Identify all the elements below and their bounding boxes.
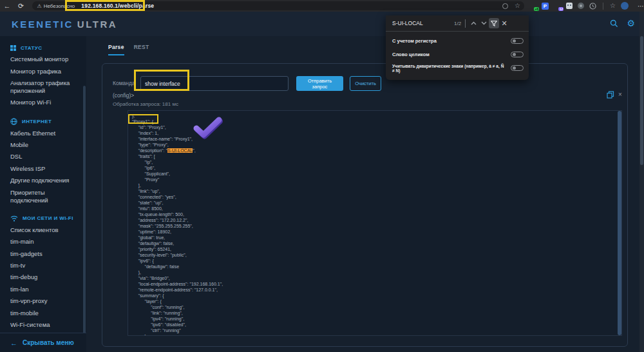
toggle-switch[interactable] xyxy=(511,52,524,57)
find-match-highlight: S-UI-LOCAL xyxy=(167,148,193,153)
output-scrollbar[interactable] xyxy=(618,111,621,335)
sidebar-item[interactable]: tim-gadgets xyxy=(0,248,86,260)
find-option-label: С учетом регистра xyxy=(392,38,440,44)
find-previous-icon[interactable] xyxy=(468,18,478,28)
sidebar-item[interactable]: Другие подключения xyxy=(0,175,86,186)
security-label[interactable]: Небезопасно xyxy=(44,3,75,9)
sidebar-item[interactable]: tim-lan xyxy=(0,284,86,295)
brand-name: KEENETIC xyxy=(12,19,73,30)
sidebar-item[interactable]: Монитор трафика xyxy=(0,65,86,77)
sidebar-item[interactable]: tim-vpn-proxy xyxy=(0,295,86,307)
page-scrollbar[interactable] xyxy=(639,12,644,352)
router-admin-page: KEENETICULTRA ⚙ СТАТУС Системный монитор… xyxy=(0,12,644,352)
command-input[interactable] xyxy=(140,76,289,91)
status-grid-icon xyxy=(10,45,16,51)
find-divider xyxy=(465,19,466,28)
close-output-icon[interactable]: × xyxy=(618,91,622,99)
browser-toolbar: ← ⟳ ⚠ Небезопасно 192.168.160.1/webcli/p… xyxy=(0,0,644,12)
sidebar-item[interactable]: tim-mobile xyxy=(0,307,86,318)
extension-badge: 12 xyxy=(558,7,564,11)
sidebar-item[interactable]: tim-debug xyxy=(0,271,86,283)
sidebar-item[interactable]: Кабель Ethernet xyxy=(0,128,86,139)
find-next-icon[interactable] xyxy=(478,18,489,28)
output-line: "connected": "yes", xyxy=(132,194,621,200)
output-line: "ipv4": "running", xyxy=(132,316,621,322)
output-line: "uptime": 18902, xyxy=(132,229,621,235)
favorites-icon[interactable]: ☆ xyxy=(610,2,616,10)
robot-extension-icon[interactable] xyxy=(566,3,573,9)
sidebar-item[interactable]: Системный монитор xyxy=(0,54,86,65)
reload-icon[interactable]: ⟳ xyxy=(14,2,28,10)
sidebar-item[interactable]: Список клиентов xyxy=(0,224,86,236)
output-line: "Supplicant", xyxy=(132,171,621,177)
collapse-menu-button[interactable]: ← Скрывать меню xyxy=(0,333,86,352)
ghost-extension-icon[interactable]: +6 xyxy=(529,3,536,10)
clear-button[interactable]: Очистить xyxy=(350,76,381,91)
output-line: "ipv6": { xyxy=(132,258,621,264)
extensions-row: +6 P 12 ☆ ⋯ xyxy=(529,2,644,10)
find-input[interactable] xyxy=(392,20,454,26)
wifi-icon xyxy=(10,215,18,222)
search-icon[interactable] xyxy=(610,19,618,28)
keenetic-logo: KEENETICULTRA xyxy=(12,19,117,30)
toggle-switch[interactable] xyxy=(511,65,524,71)
p-extension-icon[interactable]: P xyxy=(542,3,549,10)
tab-parse[interactable]: Parse xyxy=(108,44,124,55)
profile-avatar[interactable] xyxy=(621,2,629,10)
sidebar-item[interactable]: Wireless ISP xyxy=(0,163,86,175)
command-label: Команда xyxy=(113,80,135,86)
section-title: СТАТУС xyxy=(21,45,42,51)
sidebar-item[interactable]: Wi-Fi-система xyxy=(0,319,86,331)
find-close-icon[interactable]: ✕ xyxy=(499,19,509,28)
find-option-label: Учитывать диакритические знаки (например… xyxy=(392,64,511,73)
output-line: "mtu": 8500, xyxy=(132,206,621,211)
url-text[interactable]: 192.168.160.1/webcli/parse xyxy=(81,3,154,9)
output-line: "state": "up", xyxy=(132,200,621,206)
history-icon[interactable] xyxy=(589,3,596,10)
sidebar-section-status: СТАТУС xyxy=(10,45,86,51)
output-line: "mask": "255.255.255.255", xyxy=(132,223,621,229)
output-line: "Proxy1": { xyxy=(132,119,621,124)
output-line: "address": "172.20.12.2", xyxy=(132,217,621,223)
output-line: "Ip6", xyxy=(132,165,621,171)
tab-rest[interactable]: REST xyxy=(134,44,149,55)
find-in-page-dialog: 1/2 ✕ С учетом регистра Сл xyxy=(386,15,529,80)
sidebar-item[interactable]: tim-tv xyxy=(0,260,86,271)
adblock-extension-icon[interactable] xyxy=(578,3,584,9)
browser-menu-icon[interactable]: ⋯ xyxy=(638,3,644,10)
output-line: "summary": { xyxy=(132,293,621,298)
globe-icon xyxy=(10,118,17,125)
sidebar: СТАТУС Системный мониторМонитор трафикаА… xyxy=(0,36,86,352)
output-line: "interface-name": "Proxy1", xyxy=(132,136,621,142)
sidebar-scrollbar[interactable] xyxy=(83,86,86,342)
sidebar-item[interactable]: Mobile xyxy=(0,139,86,151)
processing-time-label: Обработка запроса: 181 мс xyxy=(113,101,178,107)
address-bar[interactable]: ⚠ Небезопасно 192.168.160.1/webcli/parse… xyxy=(32,1,524,10)
settings-gear-icon[interactable]: ⚙ xyxy=(627,19,635,28)
output-line: "traits": [ xyxy=(132,153,621,159)
bookmark-star-icon[interactable]: ☆ xyxy=(515,2,520,10)
toolbar-divider xyxy=(603,3,603,10)
send-request-button[interactable]: Отправить запрос xyxy=(296,76,343,91)
model-name: ULTRA xyxy=(77,19,117,30)
sidebar-item[interactable]: DSL xyxy=(0,151,86,162)
find-filter-icon[interactable] xyxy=(489,18,499,28)
left-arrow-icon: ← xyxy=(10,339,17,347)
sidebar-item[interactable]: Приоритеты подключений xyxy=(0,186,86,206)
copy-icon[interactable] xyxy=(607,91,614,99)
purple-extension-icon[interactable]: 12 xyxy=(554,3,561,10)
output-line: "defaultgw": false xyxy=(132,264,621,269)
app-header: KEENETICULTRA ⚙ xyxy=(0,12,644,36)
sidebar-item[interactable]: Монитор Wi-Fi xyxy=(0,97,86,108)
output-line: "local-endpoint-address": "192.168.160.1… xyxy=(132,281,621,287)
output-line: "defaultgw": false, xyxy=(132,240,621,246)
section-title: ИНТЕРНЕТ xyxy=(22,119,52,124)
page-info-icon[interactable] xyxy=(502,3,508,9)
sidebar-item[interactable]: Анализатор трафика приложений xyxy=(0,77,86,97)
back-icon[interactable]: ← xyxy=(0,2,14,10)
page-scrollbar-thumb[interactable] xyxy=(640,36,643,165)
find-option-row: Учитывать диакритические знаки (например… xyxy=(392,61,524,75)
not-secure-icon: ⚠ xyxy=(37,3,42,9)
toggle-switch[interactable] xyxy=(511,38,524,44)
sidebar-item[interactable]: tim-main xyxy=(0,236,86,248)
